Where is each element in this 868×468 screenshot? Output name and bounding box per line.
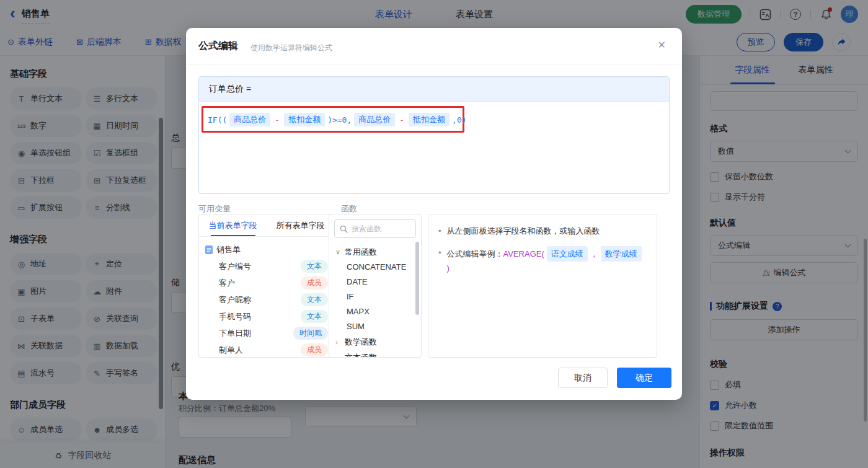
- field-chip: 商品总价: [354, 113, 395, 126]
- variable-name: 客户昵称: [219, 294, 251, 306]
- variables-panel: 当前表单字段所有表单字段 销售单 客户编号文本客户成员客户昵称文本手机号码文本下…: [198, 214, 335, 358]
- app-window: ‹ 销售单 表单设计表单设置 数据管理 A ?: [0, 0, 868, 468]
- variable-list: 客户编号文本客户成员客户昵称文本手机号码文本下单日期时间戳制单人成员: [205, 258, 328, 358]
- variable-item-客户编号[interactable]: 客户编号文本: [205, 258, 328, 275]
- field-chip: 抵扣金额: [409, 113, 450, 126]
- variables-list-wrap: 销售单 客户编号文本客户成员客户昵称文本手机号码文本下单日期时间戳制单人成员: [199, 237, 334, 358]
- formula-token: ，: [590, 247, 598, 260]
- variables-panel-label: 可用变量: [198, 203, 231, 214]
- function-search[interactable]: [334, 219, 416, 238]
- bullet-icon: •: [438, 246, 441, 275]
- formula-token: IF((: [208, 115, 227, 125]
- modal-divider: [186, 64, 682, 64]
- formula-token: -: [399, 115, 404, 125]
- variable-item-客户[interactable]: 客户成员: [205, 275, 328, 291]
- cancel-button[interactable]: 取消: [558, 368, 608, 388]
- field-type-badge: 成员: [301, 343, 328, 356]
- tips-panel: • 从左侧面板选择字段名和函数，或输入函数 • 公式编辑举例：AVERAGE(语…: [428, 214, 657, 358]
- formula-token: ): [447, 262, 450, 275]
- field-type-badge: 文本: [301, 260, 328, 273]
- formula-token: ,0): [452, 115, 466, 125]
- field-chip: 抵扣金额: [284, 113, 325, 126]
- tip-example: 公式编辑举例：AVERAGE(语文成绩，数学成绩): [447, 246, 647, 275]
- variable-item-下单日期[interactable]: 下单日期时间戳: [205, 325, 328, 342]
- chevron-down-icon: ∨: [335, 248, 342, 256]
- function-group-常用函数[interactable]: ∨常用函数: [335, 244, 415, 260]
- search-icon: [340, 225, 348, 233]
- field-chip: 数学成绩: [601, 246, 642, 262]
- function-item-SUM[interactable]: SUM: [335, 319, 415, 334]
- form-doc-icon: [205, 245, 213, 254]
- chevron-right-icon: ›: [335, 354, 342, 358]
- formula-token: 公式编辑举例：: [447, 247, 503, 260]
- variable-item-客户昵称[interactable]: 客户昵称文本: [205, 291, 328, 308]
- field-type-badge: 成员: [301, 276, 328, 289]
- function-group-文本函数[interactable]: ›文本函数: [335, 350, 415, 358]
- variable-name: 客户编号: [219, 261, 251, 272]
- modal-subtitle: 使用数学运算符编辑公式: [250, 43, 332, 53]
- function-item-DATE[interactable]: DATE: [335, 275, 415, 289]
- function-item-MAPX[interactable]: MAPX: [335, 304, 415, 319]
- modal-title: 公式编辑: [198, 40, 238, 53]
- variable-name: 制单人: [219, 345, 243, 356]
- function-group-数学函数[interactable]: ›数学函数: [335, 334, 415, 350]
- functions-scrollbar[interactable]: [415, 242, 419, 315]
- function-item-IF[interactable]: IF: [335, 289, 415, 304]
- confirm-button[interactable]: 确定: [617, 368, 671, 388]
- function-tree: ∨常用函数CONCATENATEDATEIFMAPXSUM›数学函数›文本函数: [329, 243, 421, 358]
- tab-当前表单字段[interactable]: 当前表单字段: [199, 214, 267, 236]
- variables-tabs: 当前表单字段所有表单字段: [199, 214, 334, 237]
- field-chip: 商品总价: [229, 113, 270, 126]
- function-group-label: 文本函数: [345, 352, 377, 358]
- chevron-right-icon: ›: [335, 338, 342, 346]
- tip-line-2: • 公式编辑举例：AVERAGE(语文成绩，数学成绩): [438, 246, 647, 275]
- variables-root-node[interactable]: 销售单: [205, 242, 328, 258]
- tip-text: 从左侧面板选择字段名和函数，或输入函数: [447, 224, 600, 237]
- field-type-badge: 时间戳: [293, 327, 328, 340]
- variable-item-制单人[interactable]: 制单人成员: [205, 342, 328, 358]
- variable-name: 手机号码: [219, 311, 251, 322]
- tab-所有表单字段[interactable]: 所有表单字段: [267, 214, 334, 236]
- variable-item-手机号码[interactable]: 手机号码文本: [205, 308, 328, 325]
- formula-token: -: [275, 115, 280, 125]
- formula-editor-modal: 公式编辑 使用数学运算符编辑公式 ✕ 订单总价 = IF((商品总价-抵扣金额)…: [186, 28, 682, 400]
- formula-token: AVERAGE(: [503, 247, 544, 260]
- field-type-badge: 文本: [301, 310, 328, 323]
- function-group-label: 常用函数: [345, 247, 377, 258]
- function-group-label: 数学函数: [345, 337, 377, 348]
- bullet-icon: •: [438, 224, 441, 237]
- formula-editor-box[interactable]: 订单总价 = IF((商品总价-抵扣金额)>=0,商品总价-抵扣金额,0): [198, 76, 670, 194]
- functions-panel-label: 函数: [341, 203, 357, 214]
- root-form-name: 销售单: [216, 244, 241, 255]
- formula-target-label: 订单总价 =: [209, 84, 251, 95]
- function-search-input[interactable]: [352, 224, 407, 233]
- formula-line[interactable]: IF((商品总价-抵扣金额)>=0,商品总价-抵扣金额,0): [208, 110, 467, 129]
- functions-panel: ∨常用函数CONCATENATEDATEIFMAPXSUM›数学函数›文本函数: [329, 214, 422, 358]
- tip-line-1: • 从左侧面板选择字段名和函数，或输入函数: [438, 224, 647, 237]
- variable-name: 下单日期: [219, 328, 251, 339]
- formula-token: )>=0,: [327, 115, 352, 125]
- field-type-badge: 文本: [301, 293, 328, 306]
- field-chip: 语文成绩: [547, 246, 588, 262]
- variable-name: 客户: [219, 278, 235, 289]
- formula-target: 订单总价 =: [199, 77, 669, 102]
- close-icon[interactable]: ✕: [658, 39, 666, 51]
- function-item-CONCATENATE[interactable]: CONCATENATE: [335, 260, 415, 275]
